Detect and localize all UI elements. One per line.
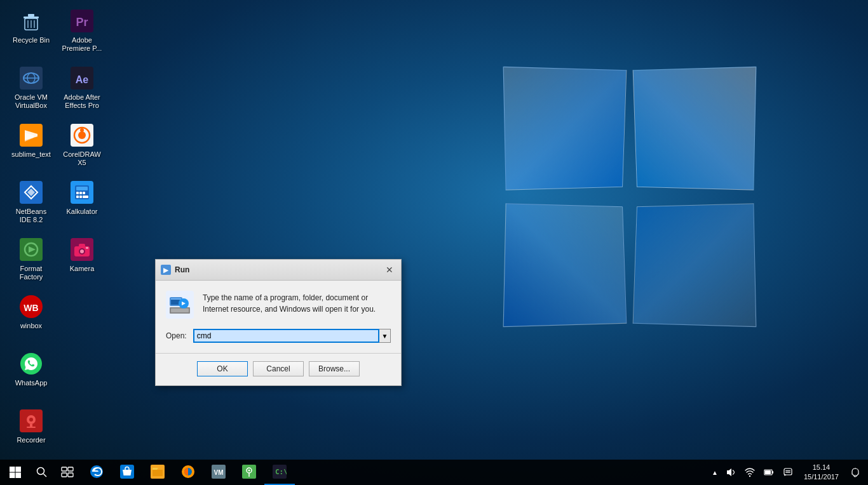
kalkulator-label: Kalkulator [67, 208, 98, 216]
taskbar: VM C:\ ▲ [0, 460, 868, 485]
svg-rect-26 [79, 192, 82, 194]
svg-point-36 [80, 249, 84, 253]
desktop-icon-whatsapp[interactable]: WhatsApp [6, 347, 57, 391]
svg-text:Pr: Pr [76, 16, 88, 29]
taskbar-app-firefox[interactable] [173, 460, 203, 485]
whatsapp-label: WhatsApp [15, 379, 48, 387]
whatsapp-icon [18, 351, 44, 376]
adobe-ae-icon: Ae [69, 65, 95, 91]
svg-rect-2 [28, 14, 34, 17]
svg-line-58 [44, 474, 47, 477]
svg-rect-78 [765, 470, 771, 474]
adobe-ae-label: Adobe After Effects Pro [60, 93, 104, 110]
oracle-vm-icon [18, 65, 44, 91]
recorder-label: Recorder [17, 436, 45, 444]
adobe-premiere-label: Adobe Premiere P... [60, 36, 104, 53]
taskbar-clock[interactable]: 15.14 15/11/2017 [797, 460, 845, 485]
winbox-icon: WB [18, 294, 44, 319]
adobe-premiere-icon: Pr [69, 8, 95, 34]
svg-text:C:\: C:\ [275, 468, 287, 476]
kamera-label: Kamera [70, 265, 95, 273]
desktop-icon-adobe-premiere[interactable]: Pr Adobe Premiere P... [57, 4, 107, 56]
dialog-close-button[interactable]: ✕ [383, 263, 396, 276]
desktop-icon-kamera[interactable]: Kamera [57, 233, 107, 277]
desktop-icon-recorder[interactable]: Recorder [6, 404, 57, 448]
desktop-icon-sublime-text[interactable]: sublime_text [6, 119, 57, 163]
taskbar-notification-button[interactable] [845, 460, 865, 485]
dialog-dropdown-button[interactable]: ▼ [379, 329, 391, 343]
kamera-icon [69, 237, 95, 262]
taskbar-search-button[interactable] [31, 460, 53, 485]
svg-rect-62 [68, 473, 73, 477]
tray-action-center-icon[interactable] [778, 460, 797, 485]
desktop-icons-area: Recycle Bin Pr Adobe Premiere P... [0, 0, 102, 485]
desktop-icon-recycle-bin[interactable]: Recycle Bin [6, 4, 57, 48]
dialog-open-label: Open: [166, 331, 187, 340]
format-factory-label: Format Factory [10, 265, 53, 281]
netbeans-icon [18, 180, 44, 205]
svg-rect-38 [86, 247, 88, 249]
netbeans-label: NetBeans IDE 8.2 [10, 208, 53, 224]
dialog-run-icon [166, 291, 194, 319]
dialog-buttons-row: OK Cancel Browse... [156, 356, 401, 385]
recycle-bin-label: Recycle Bin [13, 36, 50, 44]
taskbar-pinned-apps: VM C:\ [81, 460, 295, 485]
desktop-icon-oracle-vm[interactable]: Oracle VM VirtualBox [6, 62, 57, 114]
dialog-body: Type the name of a program, folder, docu… [156, 281, 401, 329]
desktop-icon-kalkulator[interactable]: Kalkulator [57, 176, 107, 220]
tray-show-hidden-button[interactable]: ▲ [709, 460, 721, 485]
dialog-ok-button[interactable]: OK [197, 361, 248, 376]
recycle-bin-icon [18, 8, 44, 34]
svg-rect-60 [68, 467, 73, 471]
dialog-cancel-button[interactable]: Cancel [253, 361, 304, 376]
taskbar-date: 15/11/2017 [804, 472, 839, 482]
svg-point-44 [29, 418, 33, 422]
svg-rect-1 [24, 17, 39, 18]
desktop-icon-adobe-ae[interactable]: Ae Adobe After Effects Pro [57, 62, 107, 114]
svg-rect-81 [785, 470, 790, 471]
tray-battery-icon[interactable] [759, 460, 778, 485]
sublime-text-label: sublime_text [11, 150, 51, 159]
dialog-titlebar: ▶ Run ✕ [156, 260, 401, 281]
taskbar-app-edge[interactable] [81, 460, 112, 485]
winbox-label: winbox [20, 322, 42, 330]
taskbar-app-store[interactable] [112, 460, 142, 485]
taskbar-time: 15.14 [813, 463, 831, 472]
taskbar-app-explorer[interactable] [142, 460, 173, 485]
run-dialog: ▶ Run ✕ Type the name of a program, [155, 259, 402, 386]
dialog-divider [156, 353, 401, 354]
taskbar-app-cmd[interactable]: C:\ [264, 460, 295, 485]
taskbar-start-button[interactable] [0, 460, 31, 485]
desktop-icon-format-factory[interactable]: Format Factory [6, 233, 57, 285]
desktop-icon-winbox[interactable]: WB winbox [6, 290, 57, 334]
svg-point-72 [248, 470, 250, 472]
svg-rect-79 [784, 468, 792, 475]
svg-point-20 [80, 128, 84, 132]
coreldraw-label: CorelDRAW X5 [60, 150, 104, 167]
tray-network-icon[interactable] [740, 460, 759, 485]
dialog-open-input[interactable] [193, 329, 379, 343]
oracle-vm-label: Oracle VM VirtualBox [10, 93, 53, 110]
desktop: Recycle Bin Pr Adobe Premiere P... [0, 0, 868, 485]
svg-text:▶: ▶ [163, 267, 169, 274]
dialog-browse-button[interactable]: Browse... [309, 361, 360, 376]
svg-rect-37 [79, 244, 85, 247]
svg-rect-28 [76, 196, 79, 198]
recorder-icon [18, 408, 44, 434]
desktop-icon-coreldraw[interactable]: CorelDRAW X5 [57, 119, 107, 171]
tray-volume-icon[interactable] [721, 460, 740, 485]
format-factory-icon [18, 237, 44, 262]
taskbar-app-vmware[interactable]: VM [203, 460, 234, 485]
svg-rect-61 [62, 473, 67, 477]
taskbar-task-view-button[interactable] [53, 460, 81, 485]
svg-rect-24 [76, 187, 88, 190]
taskbar-app-maps[interactable] [234, 460, 264, 485]
windows-logo-decoration [506, 70, 773, 336]
desktop-icon-netbeans[interactable]: NetBeans IDE 8.2 [6, 176, 57, 228]
svg-text:VM: VM [214, 469, 224, 476]
svg-rect-77 [772, 471, 773, 474]
svg-rect-27 [83, 192, 85, 194]
svg-rect-54 [171, 309, 189, 312]
dialog-description-text: Type the name of a program, folder, docu… [203, 291, 391, 315]
svg-rect-52 [171, 298, 181, 300]
